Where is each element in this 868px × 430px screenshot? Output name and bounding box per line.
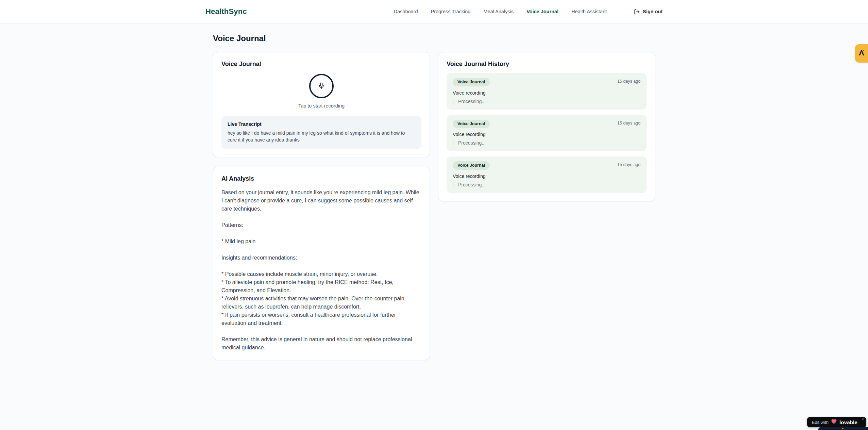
- edit-with-label: Edit with: [812, 420, 829, 425]
- secondary-badge-strip: [818, 427, 868, 430]
- history-entry-header: Voice Journal 15 days ago: [453, 120, 640, 128]
- nav-link-meal-analysis[interactable]: Meal Analysis: [483, 9, 514, 14]
- app-logo[interactable]: HealthSync: [205, 7, 247, 16]
- mic-section: Tap to start recording: [221, 74, 421, 109]
- close-icon[interactable]: ×: [862, 417, 864, 421]
- live-transcript-text: hey so like I do have a mild pain in my …: [228, 130, 415, 143]
- main-nav: Dashboard Progress Tracking Meal Analysi…: [394, 9, 663, 15]
- edit-with-lovable-badge[interactable]: Edit with lovable ×: [807, 417, 866, 427]
- right-column: Voice Journal History Voice Journal 15 d…: [438, 52, 655, 201]
- ai-analysis-title: AI Analysis: [221, 175, 421, 182]
- nav-link-voice-journal[interactable]: Voice Journal: [527, 9, 558, 14]
- history-entry-badge: Voice Journal: [453, 161, 490, 170]
- history-entry-status: Processing...: [453, 140, 640, 146]
- recorder-card-title: Voice Journal: [221, 61, 421, 68]
- side-extension-tab[interactable]: [855, 44, 868, 63]
- sign-out-icon: [634, 9, 640, 15]
- ai-analysis-body: Based on your journal entry, it sounds l…: [221, 188, 421, 352]
- record-button[interactable]: [309, 74, 334, 98]
- history-entry-header: Voice Journal 15 days ago: [453, 78, 640, 86]
- page-title: Voice Journal: [213, 34, 655, 43]
- history-entry-status: Processing...: [453, 182, 640, 187]
- record-button-inner-ring: [312, 76, 331, 96]
- history-entry-time: 15 days ago: [617, 161, 640, 167]
- history-entry: Voice Journal 15 days ago Voice recordin…: [447, 115, 647, 151]
- history-entry-header: Voice Journal 15 days ago: [453, 161, 640, 170]
- sign-out-label: Sign out: [643, 9, 663, 14]
- nav-link-progress-tracking[interactable]: Progress Tracking: [431, 9, 470, 14]
- history-panel: Voice Journal History Voice Journal 15 d…: [438, 52, 655, 201]
- history-entry-badge: Voice Journal: [453, 120, 490, 128]
- lambda-logo-icon: [857, 49, 866, 58]
- nav-link-dashboard[interactable]: Dashboard: [394, 9, 418, 14]
- live-transcript-title: Live Transcript: [228, 121, 415, 127]
- left-column: Voice Journal: [213, 52, 430, 360]
- history-panel-title: Voice Journal History: [447, 61, 647, 68]
- nav-link-health-assistant[interactable]: Health Assistant: [571, 9, 607, 14]
- lovable-brand-label: lovable: [839, 419, 857, 425]
- microphone-icon: [318, 82, 325, 90]
- strip-dot: [842, 428, 844, 429]
- history-entry-label: Voice recording: [453, 132, 640, 137]
- history-entry-time: 15 days ago: [617, 120, 640, 126]
- voice-recorder-card: Voice Journal: [213, 52, 430, 157]
- live-transcript-box: Live Transcript hey so like I do have a …: [221, 116, 421, 149]
- main-content: Voice Journal Voice Journal: [213, 23, 655, 360]
- content-grid: Voice Journal: [213, 52, 655, 360]
- heart-icon: [831, 419, 837, 426]
- sign-out-button[interactable]: Sign out: [634, 9, 663, 15]
- history-entry-time: 15 days ago: [617, 78, 640, 84]
- ai-analysis-card: AI Analysis Based on your journal entry,…: [213, 167, 430, 360]
- history-entry: Voice Journal 15 days ago Voice recordin…: [447, 73, 647, 110]
- history-entry-status: Processing...: [453, 99, 640, 104]
- history-entry-label: Voice recording: [453, 90, 640, 96]
- top-nav-bar: HealthSync Dashboard Progress Tracking M…: [0, 0, 868, 23]
- history-entry-label: Voice recording: [453, 173, 640, 179]
- header-inner: HealthSync Dashboard Progress Tracking M…: [205, 7, 663, 16]
- tap-to-record-hint: Tap to start recording: [221, 103, 421, 109]
- history-entry-badge: Voice Journal: [453, 78, 490, 86]
- history-entry: Voice Journal 15 days ago Voice recordin…: [447, 156, 647, 193]
